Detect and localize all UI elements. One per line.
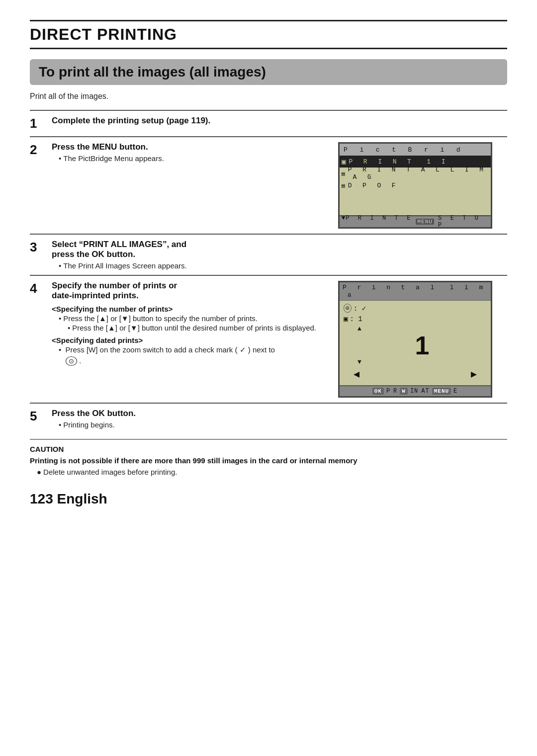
step-4: 4 Specify the number of prints or date-i…	[30, 275, 507, 403]
step-5-sub: Printing begins.	[59, 420, 507, 429]
step-4-sub1: Press the [▲] or [▼] button to specify t…	[59, 314, 328, 323]
step-1-title: Complete the printing setup (page 119).	[52, 116, 507, 126]
left-arrow-icon: ◀	[354, 368, 359, 380]
step-3-sub: The Print All Images Screen appears.	[59, 261, 328, 270]
lcd-row4	[340, 191, 491, 203]
menu-btn-label: MENU	[416, 219, 434, 225]
step-2-left: 2 Press the MENU button. The PictBridge …	[30, 142, 328, 163]
ok-btn: OK	[372, 388, 384, 395]
step-1-content: Complete the printing setup (page 119).	[52, 116, 507, 128]
page-title-section: DIRECT PRINTING	[30, 20, 507, 49]
step-2-sub: The PictBridge Menu appears.	[59, 154, 328, 163]
lcd4-print-row: ▣ : 1	[344, 315, 487, 323]
section-banner: To print all the images (all images)	[30, 59, 507, 85]
section-banner-text: To print all the images (all images)	[39, 64, 266, 80]
lcd4-big-number: 1	[415, 333, 430, 358]
lcd-screen-step4: P r i n t a l l i m a ⊙ : ✓ ▣ : 1 ▲	[338, 281, 492, 398]
bullet-icon: ●	[37, 468, 41, 476]
step-2-content: Press the MENU button. The PictBridge Me…	[52, 142, 328, 163]
step-4-number: 4	[30, 281, 52, 296]
step-3-number: 3	[30, 240, 52, 255]
step-3-content: Select “PRINT ALL IMAGES”, and press the…	[52, 240, 328, 270]
step-3-left: 3 Select “PRINT ALL IMAGES”, and press t…	[30, 240, 328, 270]
step-2: 2 Press the MENU button. The PictBridge …	[30, 136, 507, 234]
page-number: 123 English	[30, 491, 507, 507]
step-4-title: Specify the number of prints or date-imp…	[52, 281, 328, 301]
dpof-icon: ▤	[342, 182, 346, 189]
step-4-subheading1: <Specifying the number of prints>	[52, 305, 328, 313]
bullet-icon	[59, 345, 63, 354]
lcd4-bottom: OK P R W IN AT MENU E	[340, 385, 491, 396]
step-4-lcd: P r i n t a l l i m a ⊙ : ✓ ▣ : 1 ▲	[338, 281, 507, 398]
step-1: 1 Complete the printing setup (page 119)…	[30, 110, 507, 136]
step-5-title: Press the OK button.	[52, 409, 507, 419]
step-4-content: Specify the number of prints or date-imp…	[52, 281, 328, 365]
lcd4-lr-arrows: ◀ ▶	[344, 366, 487, 382]
step-4-circle-icon: ⊙ .	[66, 356, 328, 365]
caution-title: CAUTION	[30, 445, 507, 453]
lcd4-updown: ▲ 1 ▼	[358, 325, 487, 366]
lcd4-date-row: ⊙ : ✓	[344, 304, 487, 313]
lcd4-header: P r i n t a l l i m a	[340, 282, 491, 301]
step-3: 3 Select “PRINT ALL IMAGES”, and press t…	[30, 234, 507, 275]
print-all-icon: ▤	[342, 170, 346, 177]
step-5: 5 Press the OK button. Printing begins.	[30, 403, 507, 434]
lcd-row3: ▤ D P O F	[340, 179, 491, 191]
page-title: DIRECT PRINTING	[30, 25, 177, 43]
bullet-icon	[59, 314, 63, 323]
step-2-title: Press the MENU button.	[52, 142, 328, 152]
print-icon: ▣	[344, 315, 348, 323]
step-4-subheading2: <Specifying dated prints>	[52, 336, 328, 344]
lcd-header-row: P i c t B r i d	[340, 144, 491, 156]
menu-btn: MENU	[432, 388, 451, 395]
step-2-lcd: P i c t B r i d ▣ P R I N T 1 I ▤ P R I …	[338, 142, 507, 229]
date-circle-icon: ⊙	[344, 304, 352, 313]
bullet-icon	[59, 261, 63, 270]
right-arrow-icon: ▶	[471, 368, 477, 380]
step-4-subsub1: Press the [▲] or [▼] button until the de…	[68, 324, 328, 332]
step-4-left: 4 Specify the number of prints or date-i…	[30, 281, 328, 365]
print-icon: ▣	[342, 158, 347, 166]
inner-bullet-icon	[68, 324, 72, 332]
step-1-number: 1	[30, 116, 52, 131]
caution-box: CAUTION Printing is not possible if ther…	[30, 439, 507, 476]
w-btn: W	[400, 388, 408, 395]
lcd4-body: ⊙ : ✓ ▣ : 1 ▲ 1 ▼ ◀ ▶	[340, 301, 491, 385]
lcd-screen-step2: P i c t B r i d ▣ P R I N T 1 I ▤ P R I …	[338, 142, 492, 229]
caution-item: ●Delete unwanted images before printing.	[37, 468, 507, 476]
intro-text: Print all of the images.	[30, 92, 507, 101]
lcd-row5	[340, 203, 491, 215]
step-2-number: 2	[30, 142, 52, 158]
step-5-content: Press the OK button. Printing begins.	[52, 409, 507, 429]
step-4-sub2: Press [W] on the zoom switch to add a ch…	[59, 345, 328, 354]
step-5-number: 5	[30, 409, 52, 424]
bullet-icon	[59, 420, 63, 429]
lcd-row2: ▤ P R I N T A L L I M A G	[340, 168, 491, 179]
caution-body: Printing is not possible if there are mo…	[30, 456, 507, 465]
bullet-icon	[59, 154, 63, 163]
lcd-bottom-bar: ▼P R I N T E MENU S E T U P	[340, 215, 491, 227]
step-3-title: Select “PRINT ALL IMAGES”, and press the…	[52, 240, 328, 259]
